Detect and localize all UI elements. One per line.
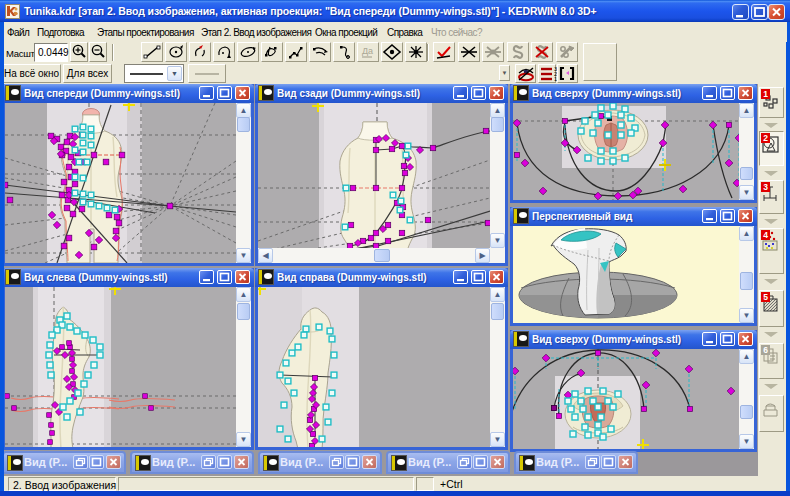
svg-text:Да: Да	[362, 46, 373, 56]
